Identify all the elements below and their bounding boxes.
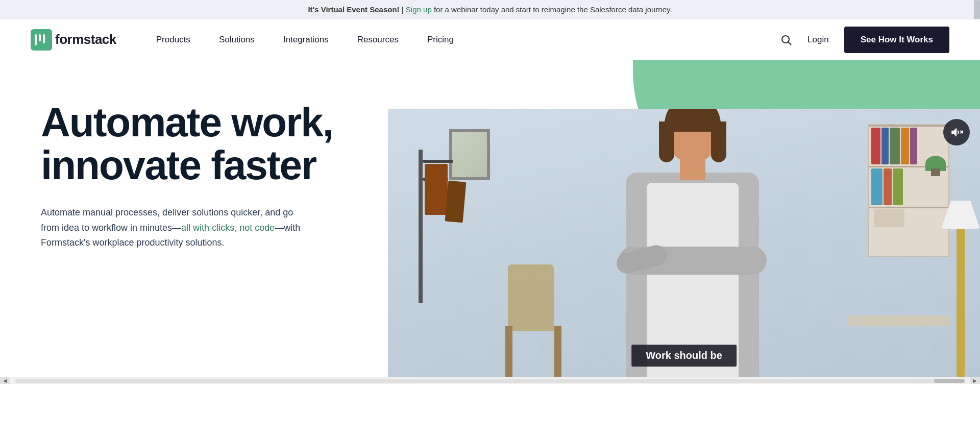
video-caption: Work should be [631, 345, 737, 367]
hero-heading-line1: Automate work, [41, 100, 333, 145]
video-woman [606, 111, 779, 377]
svg-rect-1 [35, 34, 37, 45]
video-chair [500, 264, 567, 377]
nav-item-solutions[interactable]: Solutions [205, 19, 269, 60]
hero-right: Work should be [383, 60, 980, 377]
hero-left: Automate work, innovate faster Automate … [0, 60, 383, 281]
announcement-rest: for a webinar today and start to reimagi… [434, 5, 672, 14]
video-floor-lamp [957, 213, 965, 377]
nav-item-products[interactable]: Products [142, 19, 205, 60]
announcement-bold: It's Virtual Event Season! [308, 5, 399, 14]
logo[interactable]: formstack [31, 29, 116, 51]
nav-item-pricing[interactable]: Pricing [413, 19, 468, 60]
scrollbar-progress [934, 379, 965, 383]
svg-point-4 [782, 36, 789, 43]
login-button[interactable]: Login [807, 35, 829, 45]
bottom-scrollbar[interactable]: ◀ ▶ [0, 377, 980, 384]
announcement-separator: | [402, 5, 406, 14]
sound-toggle-button[interactable] [943, 119, 970, 146]
nav-item-integrations[interactable]: Integrations [269, 19, 343, 60]
search-button[interactable] [780, 34, 792, 46]
main-nav: formstack Products Solutions Integration… [0, 19, 980, 60]
announcement-bar: It's Virtual Event Season! | Sign up for… [0, 0, 980, 19]
hero-section: Automate work, innovate faster Automate … [0, 60, 980, 377]
svg-rect-0 [31, 29, 52, 51]
nav-item-resources[interactable]: Resources [343, 19, 413, 60]
hero-heading: Automate work, innovate faster [41, 101, 342, 187]
nav-right: Login See How It Works [780, 27, 949, 53]
video-picture-frame [449, 129, 490, 180]
video-bookshelf [868, 124, 949, 257]
video-scene: Work should be [388, 109, 980, 377]
announcement-link[interactable]: Sign up [406, 5, 432, 14]
svg-rect-2 [39, 34, 41, 41]
cta-see-how-button[interactable]: See How It Works [844, 27, 949, 53]
svg-line-5 [789, 42, 792, 45]
scrollbar-thumb[interactable] [974, 0, 980, 19]
svg-rect-3 [43, 34, 45, 43]
video-player[interactable]: Work should be [388, 109, 980, 377]
logo-icon [31, 29, 52, 51]
scroll-right-arrow[interactable]: ▶ [970, 377, 980, 384]
scroll-left-arrow[interactable]: ◀ [0, 377, 10, 384]
hero-subtext-highlight: all with clicks, not code [181, 223, 275, 233]
scrollbar-track [15, 379, 965, 383]
hero-heading-line2: innovate faster [41, 142, 316, 188]
nav-links: Products Solutions Integrations Resource… [142, 19, 780, 60]
search-icon [780, 34, 792, 46]
hero-subtext: Automate manual processes, deliver solut… [41, 205, 306, 251]
logo-text: formstack [55, 32, 116, 47]
sound-icon [950, 126, 963, 139]
video-desk [847, 316, 949, 326]
